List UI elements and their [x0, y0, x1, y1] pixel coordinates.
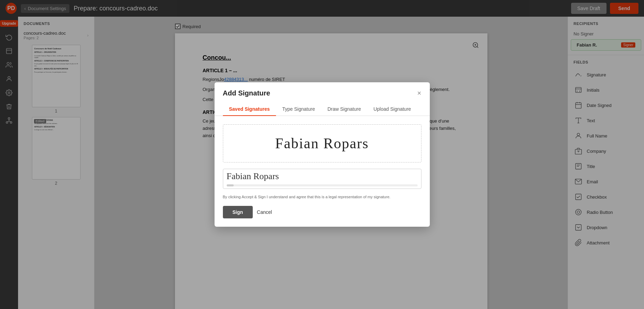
scroll-track — [227, 184, 418, 186]
modal-body: Fabian Ropars Fabian Ropars By clicking … — [215, 116, 430, 227]
tab-draw-signature[interactable]: Draw Signature — [321, 103, 367, 116]
sign-button[interactable]: Sign — [223, 206, 253, 218]
modal-overlay: Add Signature × Saved Signatures Type Si… — [0, 0, 644, 309]
tab-type-signature[interactable]: Type Signature — [276, 103, 321, 116]
modal-actions: Sign Cancel — [223, 206, 421, 218]
modal-title: Add Signature — [223, 89, 270, 97]
modal-tabs: Saved Signatures Type Signature Draw Sig… — [215, 103, 430, 116]
scroll-thumb — [227, 184, 234, 186]
modal-close-button[interactable]: × — [417, 89, 421, 97]
tab-upload-signature[interactable]: Upload Signature — [367, 103, 417, 116]
saved-signature-scroll[interactable]: Fabian Ropars — [223, 169, 421, 189]
modal-header: Add Signature × — [215, 82, 430, 103]
add-signature-modal: Add Signature × Saved Signatures Type Si… — [215, 82, 430, 227]
signature-preview-text: Fabian Ropars — [275, 135, 369, 152]
saved-signature-name: Fabian Ropars — [227, 171, 418, 182]
cancel-button[interactable]: Cancel — [257, 209, 272, 215]
legal-text: By clicking Accept & Sign I understand a… — [223, 194, 421, 200]
tab-saved-signatures[interactable]: Saved Signatures — [223, 103, 276, 116]
signature-preview: Fabian Ropars — [223, 124, 421, 162]
